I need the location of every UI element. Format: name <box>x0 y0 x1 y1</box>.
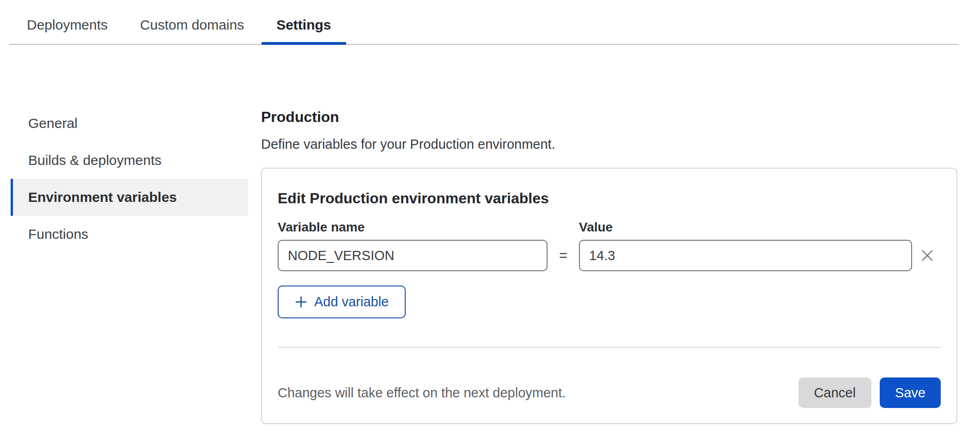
plus-icon <box>295 296 307 308</box>
page-title: Production <box>261 110 957 124</box>
settings-sidebar: General Builds & deployments Environment… <box>0 45 248 424</box>
footer-note: Changes will take effect on the next dep… <box>278 385 566 401</box>
sidebar-item-environment-variables[interactable]: Environment variables <box>11 179 248 216</box>
tab-label: Settings <box>276 17 331 33</box>
tab-settings[interactable]: Settings <box>262 6 346 44</box>
sidebar-item-functions[interactable]: Functions <box>11 216 248 253</box>
add-variable-button[interactable]: Add variable <box>278 286 406 318</box>
equals-sign: = <box>548 247 579 264</box>
environment-variables-card: Edit Production environment variables Va… <box>261 168 957 424</box>
page: Deployments Custom domains Settings Gene… <box>0 0 980 424</box>
tab-label: Deployments <box>27 17 108 33</box>
add-variable-label: Add variable <box>314 294 389 310</box>
sidebar-item-label: General <box>28 116 78 131</box>
card-footer: Changes will take effect on the next dep… <box>278 377 941 408</box>
tab-label: Custom domains <box>140 17 244 33</box>
variable-name-label: Variable name <box>278 221 548 234</box>
value-input[interactable] <box>579 240 912 271</box>
sidebar-item-label: Environment variables <box>28 189 177 205</box>
sidebar-item-builds-deployments[interactable]: Builds & deployments <box>11 142 248 179</box>
variable-name-input[interactable] <box>278 240 548 271</box>
tab-bar: Deployments Custom domains Settings <box>9 0 958 45</box>
cancel-button[interactable]: Cancel <box>798 377 871 408</box>
sidebar-item-label: Functions <box>28 226 88 242</box>
sidebar-item-general[interactable]: General <box>11 105 248 142</box>
sidebar-item-label: Builds & deployments <box>28 152 162 168</box>
save-button[interactable]: Save <box>880 377 941 408</box>
card-title: Edit Production environment variables <box>278 191 941 206</box>
page-subtitle: Define variables for your Production env… <box>261 137 957 151</box>
remove-variable-button[interactable] <box>914 242 941 269</box>
variable-row: Variable name Value = <box>278 221 941 271</box>
x-icon <box>919 248 935 263</box>
content-area: General Builds & deployments Environment… <box>0 45 980 424</box>
value-label: Value <box>579 221 912 234</box>
footer-actions: Cancel Save <box>798 377 941 408</box>
tab-deployments[interactable]: Deployments <box>12 6 122 44</box>
main-panel: Production Define variables for your Pro… <box>261 45 957 424</box>
card-divider <box>278 347 941 348</box>
tab-custom-domains[interactable]: Custom domains <box>125 6 259 44</box>
